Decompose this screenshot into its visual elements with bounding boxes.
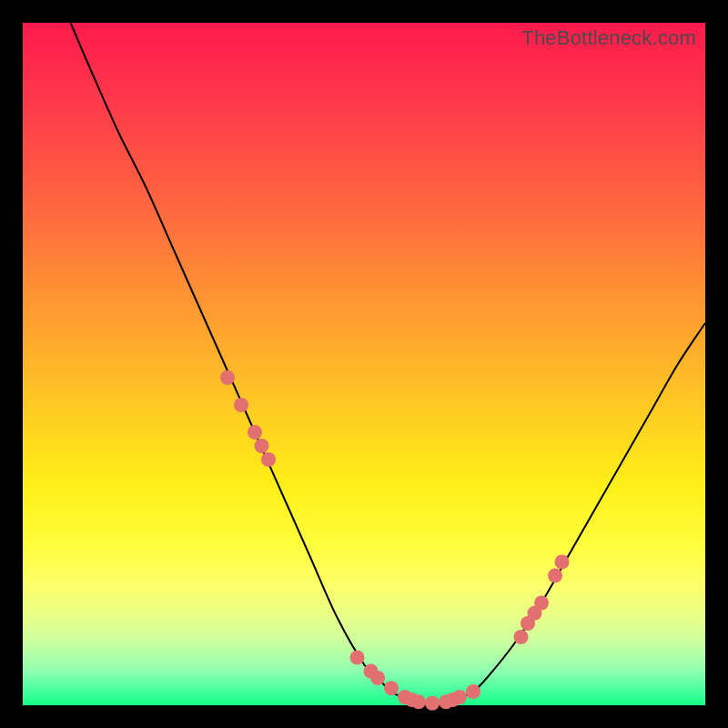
marker-dot	[248, 425, 262, 440]
marker-dot	[411, 694, 426, 709]
marker-group	[220, 370, 570, 711]
marker-dot	[220, 370, 235, 385]
marker-dot	[514, 630, 529, 644]
chart-plot-area: TheBottleneck.com	[23, 23, 705, 705]
bottleneck-curve	[71, 23, 706, 706]
marker-dot	[384, 681, 399, 695]
marker-dot	[234, 398, 248, 412]
chart-svg	[23, 23, 705, 705]
marker-dot	[261, 452, 276, 467]
marker-dot	[555, 555, 570, 570]
marker-dot	[548, 569, 562, 583]
marker-dot	[534, 596, 549, 611]
marker-dot	[466, 684, 480, 699]
marker-dot	[255, 439, 269, 453]
marker-dot	[370, 671, 385, 685]
marker-dot	[452, 690, 467, 704]
marker-dot	[425, 696, 440, 711]
marker-dot	[350, 651, 365, 665]
